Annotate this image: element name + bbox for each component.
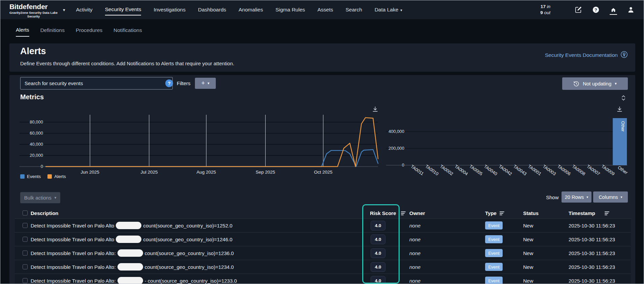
sub-nav: AlertsDefinitionsProceduresNotifications bbox=[0, 19, 644, 41]
redacted-text bbox=[117, 249, 143, 257]
refresh-mode-button[interactable]: Not updating ▾ bbox=[562, 77, 628, 90]
description-prefix: Detect Impossible Travel on Palo Alto: bbox=[31, 250, 116, 256]
table-row[interactable]: Detect Impossible Travel on Palo Altocou… bbox=[15, 218, 631, 232]
description-cell: Detect Impossible Travel on Palo Alto:co… bbox=[31, 263, 234, 271]
column-header-owner[interactable]: Owner bbox=[409, 210, 425, 216]
column-header-description[interactable]: Description bbox=[31, 210, 59, 216]
type-badge: Event bbox=[485, 277, 503, 284]
status-cell: New bbox=[523, 250, 533, 256]
row-checkbox[interactable] bbox=[23, 278, 28, 283]
table-row[interactable]: Detect Impossible Travel on Palo Alto:co… bbox=[15, 246, 631, 260]
svg-text:TA0011: TA0011 bbox=[410, 164, 425, 176]
column-header-timestamp[interactable]: Timestamp bbox=[569, 210, 595, 216]
tab-procedures[interactable]: Procedures bbox=[76, 27, 102, 33]
redacted-text bbox=[116, 222, 141, 229]
user-icon[interactable] bbox=[627, 6, 635, 13]
help-icon[interactable]: ? bbox=[592, 6, 600, 13]
bulk-actions-button[interactable]: Bulk actions ▾ bbox=[20, 192, 60, 203]
status-cell: New bbox=[523, 264, 533, 270]
brand-subtitle-2: Security bbox=[9, 15, 58, 18]
type-badge: Event bbox=[485, 249, 503, 257]
timestamp-cell: 2025-10-30 11:56:23 bbox=[569, 237, 615, 242]
select-all-checkbox[interactable] bbox=[23, 211, 28, 216]
table-row[interactable]: Detect Impossible Travel on Palo Alto:co… bbox=[15, 260, 631, 274]
description-prefix: Detect Impossible Travel on Palo Alto bbox=[31, 237, 114, 242]
add-filter-button[interactable]: + ▾ bbox=[195, 78, 216, 89]
nav-item-sigma-rules[interactable]: Sigma Rules bbox=[275, 7, 305, 13]
nav-item-activity[interactable]: Activity bbox=[76, 7, 93, 13]
page-description: Define Events through different conditio… bbox=[20, 61, 234, 66]
brand-caret-icon[interactable]: ▾ bbox=[63, 7, 65, 12]
risk-score-value: 4.0 bbox=[371, 276, 385, 284]
nav-item-data-lake[interactable]: Data Lake▾ bbox=[375, 7, 402, 13]
legend-label: Events bbox=[27, 174, 41, 179]
search-help-icon[interactable]: ? bbox=[165, 79, 173, 87]
tab-alerts[interactable]: Alerts bbox=[16, 27, 29, 37]
legend-item-alerts[interactable]: Alerts bbox=[47, 174, 66, 179]
column-header-status[interactable]: Status bbox=[523, 210, 539, 216]
sort-icon[interactable] bbox=[401, 211, 406, 215]
legend-item-events[interactable]: Events bbox=[20, 174, 41, 179]
tab-notifications[interactable]: Notifications bbox=[113, 27, 142, 33]
type-badge: Event bbox=[485, 235, 503, 243]
compose-icon[interactable] bbox=[575, 6, 582, 13]
owner-cell: none bbox=[409, 223, 420, 228]
column-header-risk-score[interactable]: Risk Score bbox=[370, 210, 396, 216]
nav-item-anomalies[interactable]: Anomalies bbox=[239, 7, 263, 13]
svg-text:80,000: 80,000 bbox=[30, 119, 43, 125]
svg-text:200,000: 200,000 bbox=[388, 146, 404, 151]
svg-text:TA0001: TA0001 bbox=[527, 164, 542, 176]
status-cell: New bbox=[523, 278, 533, 284]
chevron-down-icon: ▾ bbox=[207, 81, 209, 85]
table-row[interactable]: Detect Impossible Travel on Palo Alto:- … bbox=[15, 274, 631, 284]
chevron-down-icon: ▾ bbox=[615, 81, 617, 86]
rows-per-page-button[interactable]: 20 Rows ▾ bbox=[562, 191, 591, 203]
risk-score-value: 4.0 bbox=[371, 221, 385, 230]
nav-item-investigations[interactable]: Investigations bbox=[154, 7, 185, 13]
home-icon[interactable] bbox=[610, 7, 617, 15]
row-checkbox[interactable] bbox=[23, 264, 28, 270]
search-input[interactable] bbox=[20, 77, 173, 90]
svg-text:60,000: 60,000 bbox=[30, 131, 43, 136]
app-window: Bitdefender GravityZone Security Data La… bbox=[0, 0, 644, 284]
column-header-type[interactable]: Type bbox=[485, 210, 497, 216]
main-menu: ActivitySecurity EventsInvestigationsDas… bbox=[76, 6, 402, 13]
owner-cell: none bbox=[409, 264, 420, 270]
tab-definitions[interactable]: Definitions bbox=[40, 27, 65, 33]
out-unit: out bbox=[544, 10, 550, 15]
description-cell: Detect Impossible Travel on Palo Alto:co… bbox=[31, 249, 234, 257]
out-count: 9 bbox=[540, 10, 543, 15]
svg-text:Other: Other bbox=[620, 121, 625, 132]
status-cell: New bbox=[523, 223, 533, 228]
events-alerts-line-chart: 020,00040,00060,00080,000Jun 2025Jul 202… bbox=[9, 105, 381, 185]
description-suffix: count(source_geo_country_iso)=1236.0 bbox=[145, 250, 234, 256]
top-nav-right: 17 in 9 out ? bbox=[540, 4, 635, 15]
documentation-link-label: Security Events Documentation bbox=[545, 52, 618, 58]
brand-subtitle: GravityZone Security Data Lake bbox=[9, 11, 58, 14]
nav-item-dashboards[interactable]: Dashboards bbox=[198, 7, 226, 13]
legend-swatch bbox=[20, 174, 25, 179]
svg-text:TA0004: TA0004 bbox=[454, 164, 469, 176]
nav-item-assets[interactable]: Assets bbox=[317, 7, 333, 13]
redacted-text bbox=[117, 263, 143, 271]
documentation-link[interactable]: Security Events Documentation bbox=[545, 51, 628, 60]
nav-item-security-events[interactable]: Security Events bbox=[105, 6, 141, 15]
sort-icon[interactable] bbox=[605, 211, 610, 215]
columns-button[interactable]: Columns ▾ bbox=[593, 191, 628, 203]
description-suffix: count(source_geo_country_iso)=1234.0 bbox=[145, 264, 234, 270]
description-prefix: Detect Impossible Travel on Palo Alto: bbox=[31, 278, 116, 284]
redacted-text bbox=[117, 277, 143, 284]
nav-item-search[interactable]: Search bbox=[346, 7, 362, 13]
description-prefix: Detect Impossible Travel on Palo Alto: bbox=[31, 264, 116, 270]
svg-text:Oct 2025: Oct 2025 bbox=[314, 170, 333, 175]
svg-text:TA0005: TA0005 bbox=[468, 164, 483, 176]
timestamp-cell: 2025-10-30 11:56:23 bbox=[569, 278, 615, 284]
row-checkbox[interactable] bbox=[23, 251, 28, 256]
sort-icon[interactable] bbox=[500, 211, 505, 215]
row-checkbox[interactable] bbox=[23, 223, 28, 228]
row-checkbox[interactable] bbox=[23, 237, 28, 242]
chart-legend: EventsAlerts bbox=[20, 174, 66, 179]
svg-text:TA0008: TA0008 bbox=[571, 164, 586, 176]
table-row[interactable]: Detect Impossible Travel on Palo Altocou… bbox=[15, 232, 631, 246]
collapse-metrics-icon[interactable] bbox=[620, 95, 627, 101]
